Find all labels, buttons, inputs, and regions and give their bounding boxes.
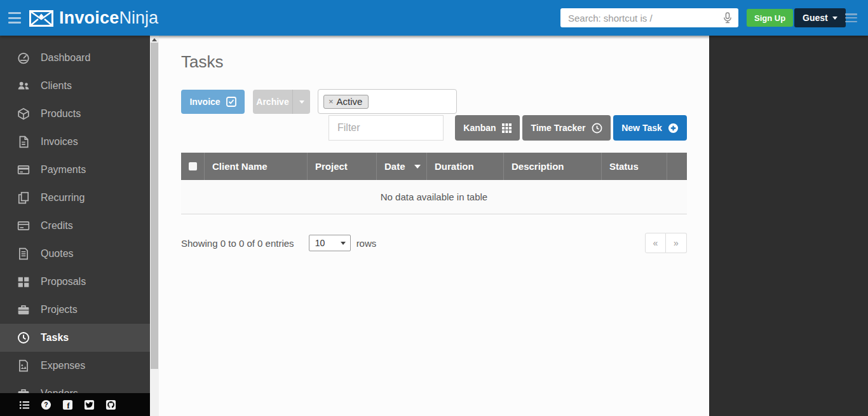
- invoice-button[interactable]: Invoice: [181, 90, 245, 114]
- sidebar-item-products[interactable]: Products: [0, 100, 150, 128]
- sidebar-item-expenses[interactable]: Expenses: [0, 352, 150, 380]
- brand-logo[interactable]: InvoiceNinja: [29, 8, 158, 28]
- sidebar-item-credits[interactable]: Credits: [0, 212, 150, 240]
- archive-dropdown-button[interactable]: [292, 90, 310, 114]
- sidebar-item-label: Dashboard: [41, 52, 90, 64]
- grid-icon: [502, 123, 512, 133]
- column-label: Project: [315, 161, 348, 172]
- sidebar-item-label: Expenses: [41, 360, 85, 371]
- sidebar-item-recurring[interactable]: Recurring: [0, 184, 150, 212]
- clients-icon: [17, 80, 30, 92]
- facebook-icon[interactable]: f: [62, 399, 73, 410]
- column-header-description[interactable]: Description: [504, 153, 602, 180]
- clock-icon: [592, 123, 602, 134]
- sidebar-item-projects[interactable]: Projects: [0, 296, 150, 324]
- sort-desc-icon: [414, 165, 421, 169]
- sidebar-toggle-icon[interactable]: [8, 12, 21, 24]
- sidebar-item-invoices[interactable]: Invoices: [0, 128, 150, 156]
- previous-page-button[interactable]: «: [645, 233, 666, 253]
- rows-per-page-value: 10: [315, 238, 325, 248]
- column-header-duration[interactable]: Duration: [427, 153, 504, 180]
- status-filter-input[interactable]: × Active: [318, 89, 457, 114]
- sidebar-item-label: Credits: [41, 220, 73, 232]
- search-input[interactable]: [560, 8, 738, 27]
- check-square-icon: [226, 97, 236, 107]
- remove-tag-icon[interactable]: ×: [329, 97, 334, 106]
- column-header-status[interactable]: Status: [602, 153, 667, 180]
- active-status-tag: × Active: [323, 95, 369, 109]
- rows-label: rows: [356, 238, 377, 249]
- entries-summary: Showing 0 to 0 of 0 entries: [181, 238, 294, 249]
- brand-name-bold: Invoice: [59, 8, 119, 28]
- invoice-button-label: Invoice: [189, 97, 220, 107]
- sign-up-button[interactable]: Sign Up: [747, 9, 793, 27]
- sidebar-item-proposals[interactable]: Proposals: [0, 268, 150, 296]
- sidebar-item-dashboard[interactable]: Dashboard: [0, 44, 150, 72]
- archive-split-button: Archive: [253, 90, 310, 114]
- scroll-up-arrow-icon[interactable]: [152, 38, 157, 41]
- invoices-icon: [17, 135, 30, 148]
- sidebar-item-label: Products: [41, 108, 81, 120]
- right-background-pane: [709, 36, 868, 416]
- column-header-date[interactable]: Date: [377, 153, 427, 180]
- credits-icon: [17, 219, 30, 232]
- select-all-header-cell: [181, 153, 205, 180]
- column-label: Date: [384, 161, 405, 172]
- new-task-button-label: New Task: [621, 123, 662, 133]
- pagination: « »: [645, 233, 687, 253]
- history-panel-toggle-icon[interactable]: [845, 13, 857, 22]
- scrollbar-thumb[interactable]: [151, 43, 158, 369]
- column-header-client-name[interactable]: Client Name: [205, 153, 308, 180]
- time-tracker-button[interactable]: Time Tracker: [522, 115, 611, 141]
- sidebar-item-label: Proposals: [41, 276, 86, 288]
- column-header-project[interactable]: Project: [308, 153, 377, 180]
- expenses-icon: [17, 359, 30, 372]
- tasks-icon: [17, 331, 30, 344]
- sidebar-item-label: Projects: [41, 304, 78, 315]
- kanban-button[interactable]: Kanban: [455, 115, 520, 141]
- global-search: [560, 8, 738, 27]
- sidebar-item-payments[interactable]: Payments: [0, 156, 150, 184]
- sidebar-nav: Dashboard Clients Products Invoices: [0, 36, 150, 416]
- list-icon[interactable]: [19, 399, 30, 410]
- sidebar-item-label: Payments: [41, 164, 86, 176]
- sidebar-item-clients[interactable]: Clients: [0, 72, 150, 100]
- top-navbar: InvoiceNinja Sign Up Guest: [0, 0, 868, 36]
- column-label: Status: [609, 161, 639, 172]
- sidebar-item-quotes[interactable]: Quotes: [0, 240, 150, 268]
- select-all-checkbox[interactable]: [189, 162, 197, 170]
- sidebar-item-tasks[interactable]: Tasks: [0, 324, 150, 352]
- filter-input[interactable]: [329, 115, 444, 141]
- guest-menu-button[interactable]: Guest: [794, 8, 846, 27]
- time-tracker-button-label: Time Tracker: [531, 123, 585, 133]
- column-label: Description: [512, 161, 564, 172]
- archive-button[interactable]: Archive: [253, 90, 292, 114]
- sidebar-footer-bar: ? f: [0, 393, 150, 416]
- sidebar-item-label: Clients: [41, 80, 72, 92]
- sidebar-scrollbar[interactable]: [150, 36, 159, 416]
- chevron-down-icon: [832, 17, 837, 20]
- sidebar-item-label: Quotes: [41, 248, 74, 260]
- brand-name-light: Ninja: [119, 8, 158, 28]
- envelope-logo-icon: [29, 10, 59, 27]
- chevron-down-icon: [299, 101, 304, 104]
- help-icon[interactable]: ?: [41, 399, 51, 410]
- rows-per-page-select[interactable]: 10: [309, 235, 351, 251]
- twitter-icon[interactable]: [84, 399, 95, 410]
- select-caret-icon: [341, 242, 346, 245]
- proposals-icon: [17, 275, 30, 288]
- kanban-button-label: Kanban: [463, 123, 496, 133]
- app-root: InvoiceNinja Sign Up Guest Dashb: [0, 0, 868, 416]
- column-label: Client Name: [212, 161, 268, 172]
- main-content: Tasks Invoice Archive × Active Kanban: [159, 36, 709, 416]
- next-page-button[interactable]: »: [666, 233, 687, 253]
- sidebar-items: Dashboard Clients Products Invoices: [0, 36, 150, 408]
- sidebar-item-label: Tasks: [41, 332, 69, 343]
- svg-text:?: ?: [44, 401, 48, 408]
- microphone-icon[interactable]: [722, 12, 733, 24]
- recurring-icon: [17, 191, 30, 204]
- new-task-button[interactable]: New Task: [613, 115, 687, 141]
- page-title: Tasks: [181, 52, 223, 72]
- github-icon[interactable]: [105, 399, 116, 410]
- plus-circle-icon: [668, 123, 679, 134]
